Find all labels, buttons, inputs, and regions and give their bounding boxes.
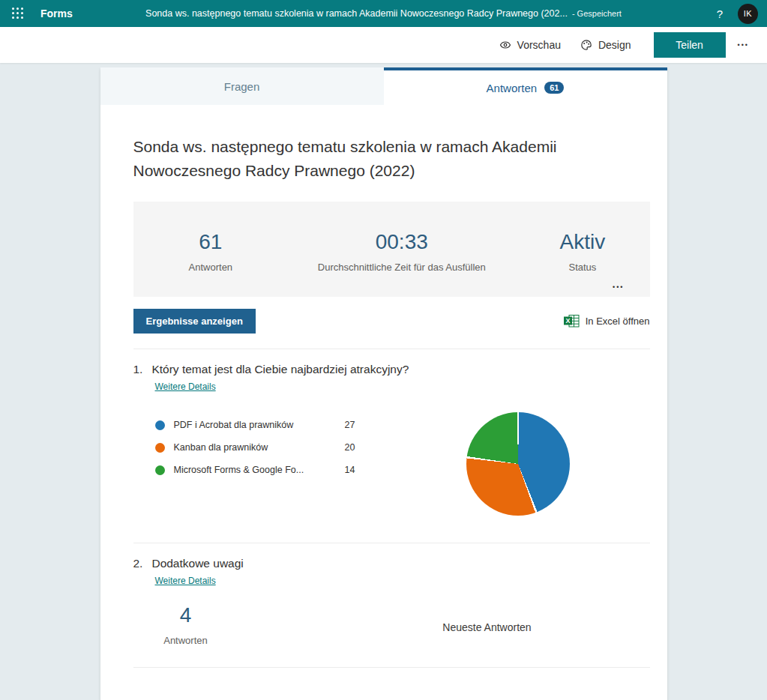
stat-responses-value: 61 (133, 230, 289, 254)
stats-more-icon[interactable]: ••• (133, 273, 650, 291)
question-2: 2. Dodatkowe uwagi Weitere Details 4 Ant… (133, 543, 634, 646)
question-2-response-label: Antworten (133, 635, 238, 646)
saved-status: - Gespeichert (572, 9, 622, 18)
legend-count: 27 (345, 420, 355, 430)
stat-responses-label: Antworten (133, 262, 289, 273)
form-title: Sonda ws. następnego tematu szkolenia w … (133, 135, 598, 182)
legend-count: 14 (345, 465, 355, 475)
document-title-group: Sonda ws. następnego tematu szkolenia w … (145, 8, 622, 19)
question-1-text: Który temat jest dla Ciebie najbardziej … (151, 363, 409, 376)
toolbar: Vorschau Design Teilen ••• (0, 27, 767, 63)
open-in-excel-button[interactable]: X In Excel öffnen (564, 314, 650, 328)
tab-bar: Fragen Antworten 61 (100, 67, 667, 105)
stat-avg-time-label: Durchschnittliche Zeit für das Ausfüllen (288, 262, 515, 273)
legend-label: Kanban dla prawników (174, 442, 345, 453)
legend-item: Microsoft Forms & Google Fo... 14 (155, 465, 466, 475)
app-header: Forms Sonda ws. następnego tematu szkole… (0, 0, 767, 27)
stat-status-value: Aktiv (515, 230, 649, 254)
legend-dot-orange (155, 443, 165, 453)
legend-label: Microsoft Forms & Google Fo... (174, 465, 345, 475)
question-1-number: 1. (133, 363, 143, 376)
stat-responses: 61 Antworten (133, 230, 289, 273)
stat-avg-time: 00:33 Durchschnittliche Zeit für das Aus… (288, 230, 515, 273)
legend-item: PDF i Acrobat dla prawników 27 (155, 420, 466, 430)
latest-responses-label: Neueste Antworten (390, 603, 585, 646)
legend-item: Kanban dla prawników 20 (155, 442, 466, 453)
legend-count: 20 (345, 442, 355, 453)
question-2-text: Dodatkowe uwagi (151, 557, 243, 570)
stat-status: Aktiv Status (515, 230, 649, 273)
stat-avg-time-value: 00:33 (288, 230, 515, 254)
pie-legend: PDF i Acrobat dla prawników 27 Kanban dl… (155, 412, 466, 487)
question-2-details-link[interactable]: Weitere Details (155, 576, 216, 586)
legend-label: PDF i Acrobat dla prawników (174, 420, 345, 430)
question-2-number: 2. (133, 557, 143, 570)
app-name[interactable]: Forms (40, 7, 73, 19)
palette-icon (580, 39, 592, 51)
legend-dot-green (155, 465, 165, 475)
document-title: Sonda ws. następnego tematu szkolenia w … (145, 8, 568, 19)
question-1-details-link[interactable]: Weitere Details (155, 381, 216, 392)
eye-icon (499, 39, 511, 51)
preview-button[interactable]: Vorschau (492, 34, 568, 56)
tab-fragen[interactable]: Fragen (100, 67, 384, 105)
share-button[interactable]: Teilen (654, 32, 726, 58)
open-in-excel-label: In Excel öffnen (586, 316, 650, 327)
app-launcher-icon[interactable] (12, 7, 24, 19)
design-label: Design (598, 39, 631, 51)
question-1: 1. Który temat jest dla Ciebie najbardzi… (133, 349, 634, 523)
design-button[interactable]: Design (573, 34, 639, 56)
actions-row: Ergebnisse anzeigen X In Excel öffnen (133, 309, 650, 334)
tab-antworten-label: Antworten (487, 82, 538, 94)
pie-chart (466, 412, 570, 516)
question-2-response-count: 4 (133, 603, 238, 627)
view-results-button[interactable]: Ergebnisse anzeigen (133, 309, 256, 334)
svg-text:X: X (565, 317, 570, 325)
toolbar-more-icon[interactable]: ••• (730, 34, 757, 56)
form-card: Fragen Antworten 61 Sonda ws. następnego… (100, 67, 667, 700)
response-count-badge: 61 (544, 82, 564, 94)
question-2-response-stat: 4 Antworten (133, 603, 238, 646)
excel-icon: X (564, 314, 580, 328)
summary-stats: 61 Antworten 00:33 Durchschnittliche Zei… (133, 202, 650, 297)
legend-dot-blue (155, 420, 165, 430)
tab-antworten[interactable]: Antworten 61 (384, 67, 667, 105)
help-icon[interactable]: ? (714, 7, 726, 20)
stat-status-label: Status (515, 262, 649, 273)
preview-label: Vorschau (517, 39, 561, 51)
avatar[interactable]: IK (738, 4, 758, 24)
